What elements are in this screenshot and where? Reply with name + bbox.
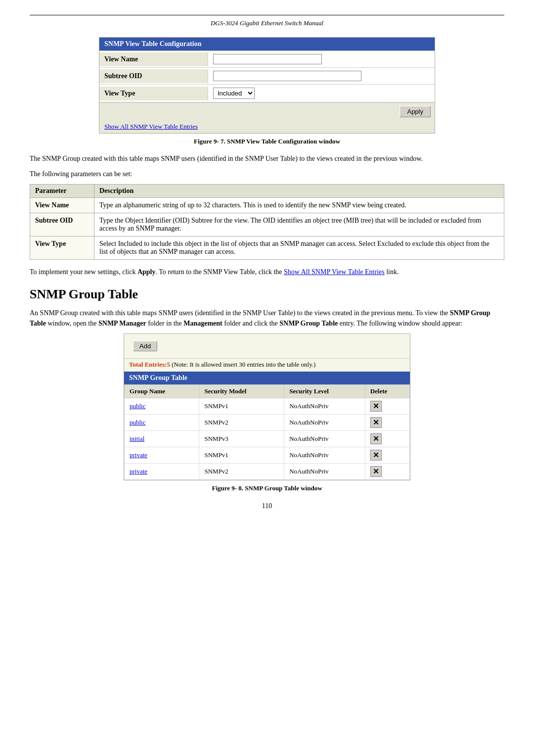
table-row: privateSNMPv1NoAuthNoPriv✕ [125, 447, 410, 464]
intro-mid1: window, open the [46, 320, 98, 327]
security-model-cell: SNMPv1 [199, 447, 284, 464]
view-name-label: View Name [99, 52, 208, 66]
subtree-oid-label: Subtree OID [99, 69, 208, 83]
delete-cell: ✕ [365, 398, 409, 415]
body-text-1: The SNMP Group created with this table m… [30, 153, 504, 164]
total-entries-label: Total Entries:5 [129, 361, 170, 368]
table-row: View NameType an alphanumeric string of … [30, 198, 504, 213]
subtree-oid-row: Subtree OID [99, 68, 435, 85]
body-text-2: The following parameters can be set: [30, 169, 504, 179]
group-name-link[interactable]: public [130, 419, 146, 426]
apply-note-pre: To implement your new settings, click [30, 268, 137, 276]
view-type-label: View Type [99, 87, 208, 100]
delete-button[interactable]: ✕ [370, 417, 382, 428]
group-table-title: SNMP Group Table [124, 372, 410, 384]
param-desc-cell: Type an alphanumeric string of up to 32 … [94, 198, 504, 213]
group-name-cell: private [125, 464, 199, 480]
security-model-cell: SNMPv3 [199, 431, 284, 447]
show-all-link-row: Show All SNMP View Table Entries [99, 120, 435, 133]
snmp-group-section-title: SNMP Group Table [30, 287, 504, 302]
view-type-value: Included Excluded [208, 85, 435, 102]
param-name-cell: View Name [30, 198, 94, 213]
parameter-table: Parameter Description View NameType an a… [30, 184, 504, 260]
page-number: 110 [30, 502, 504, 510]
apply-row: Apply [99, 102, 435, 120]
table-row: Subtree OIDType the Object Identifier (O… [30, 213, 504, 236]
param-name-cell: Subtree OID [30, 213, 94, 236]
group-name-link[interactable]: public [130, 402, 146, 410]
col-group-name: Group Name [125, 385, 199, 398]
show-all-entries-link[interactable]: Show All SNMP View Table Entries [104, 123, 198, 130]
snmp-group-intro: An SNMP Group created with this table ma… [30, 308, 504, 329]
security-model-cell: SNMPv2 [199, 464, 284, 480]
delete-cell: ✕ [365, 431, 409, 447]
security-model-cell: SNMPv2 [199, 415, 284, 431]
view-name-row: View Name [99, 51, 435, 68]
view-name-value [208, 51, 435, 67]
apply-note-mid: . To return to the SNMP View Table, clic… [156, 268, 284, 276]
view-type-row: View Type Included Excluded [99, 85, 435, 102]
subtree-oid-value [208, 68, 435, 84]
figure-8-caption: Figure 9- 8. SNMP Group Table window [30, 484, 504, 492]
intro-text: An SNMP Group created with this table ma… [30, 309, 450, 317]
security-level-cell: NoAuthNoPriv [284, 431, 365, 447]
intro-bold4: SNMP Group Table [279, 320, 338, 327]
group-name-cell: public [125, 415, 199, 431]
col-security-level: Security Level [284, 385, 365, 398]
total-entries-row: Total Entries:5 (Note: It is allowed ins… [124, 359, 410, 372]
security-model-cell: SNMPv1 [199, 398, 284, 415]
group-name-link[interactable]: initial [130, 435, 144, 442]
group-name-link[interactable]: private [130, 468, 147, 475]
intro-end: entry. The following window should appea… [338, 320, 462, 327]
delete-button[interactable]: ✕ [370, 401, 382, 412]
delete-button[interactable]: ✕ [370, 450, 382, 461]
security-level-cell: NoAuthNoPriv [284, 398, 365, 415]
delete-cell: ✕ [365, 447, 409, 464]
total-entries-note: (Note: It is allowed insert 30 entries i… [170, 361, 315, 368]
add-btn-row: Add [124, 334, 410, 359]
snmp-group-data-table: Group Name Security Model Security Level… [124, 384, 410, 480]
view-type-select[interactable]: Included Excluded [213, 88, 255, 99]
table-row: publicSNMPv2NoAuthNoPriv✕ [125, 415, 410, 431]
param-desc-cell: Type the Object Identifier (OID) Subtree… [94, 213, 504, 236]
col-delete: Delete [365, 385, 409, 398]
group-name-cell: public [125, 398, 199, 415]
group-name-link[interactable]: private [130, 451, 147, 459]
apply-note-post: link. [385, 268, 399, 276]
apply-button[interactable]: Apply [400, 106, 431, 117]
desc-col-header: Description [94, 185, 504, 198]
view-name-input[interactable] [213, 54, 322, 64]
apply-note-link[interactable]: Show All SNMP View Table Entries [284, 268, 385, 276]
snmp-view-config-box: SNMP View Table Configuration View Name … [99, 37, 435, 134]
delete-cell: ✕ [365, 464, 409, 480]
snmp-group-table-box: Add Total Entries:5 (Note: It is allowed… [124, 333, 410, 480]
add-button[interactable]: Add [133, 341, 157, 351]
security-level-cell: NoAuthNoPriv [284, 415, 365, 431]
apply-note: To implement your new settings, click Ap… [30, 267, 504, 277]
delete-button[interactable]: ✕ [370, 433, 382, 444]
table-row: initialSNMPv3NoAuthNoPriv✕ [125, 431, 410, 447]
param-name-cell: View Type [30, 236, 94, 260]
apply-note-bold: Apply [137, 268, 156, 276]
intro-mid3: folder and click the [222, 320, 279, 327]
col-security-model: Security Model [199, 385, 284, 398]
security-level-cell: NoAuthNoPriv [284, 464, 365, 480]
manual-title: DGS-3024 Gigabit Ethernet Switch Manual [211, 19, 323, 27]
page-header: DGS-3024 Gigabit Ethernet Switch Manual [30, 15, 504, 27]
table-row: View TypeSelect Included to include this… [30, 236, 504, 260]
figure-7-caption: Figure 9- 7. SNMP View Table Configurati… [30, 138, 504, 145]
delete-button[interactable]: ✕ [370, 466, 382, 477]
snmp-view-config-title: SNMP View Table Configuration [99, 38, 435, 51]
security-level-cell: NoAuthNoPriv [284, 447, 365, 464]
intro-mid2: folder in the [146, 320, 183, 327]
param-col-header: Parameter [30, 185, 94, 198]
intro-bold3: Management [183, 320, 222, 327]
group-name-cell: private [125, 447, 199, 464]
subtree-oid-input[interactable] [213, 71, 361, 81]
table-row: privateSNMPv2NoAuthNoPriv✕ [125, 464, 410, 480]
delete-cell: ✕ [365, 415, 409, 431]
intro-bold2: SNMP Manager [98, 320, 146, 327]
param-desc-cell: Select Included to include this object i… [94, 236, 504, 260]
group-name-cell: initial [125, 431, 199, 447]
table-row: publicSNMPv1NoAuthNoPriv✕ [125, 398, 410, 415]
